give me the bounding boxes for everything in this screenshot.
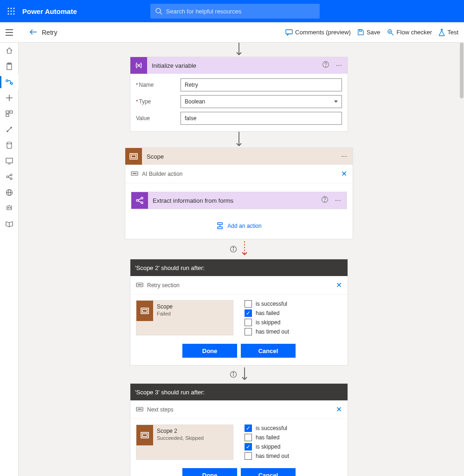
svg-point-6 xyxy=(8,13,9,15)
checkbox-failed[interactable]: has failed xyxy=(245,434,289,441)
scope-icon xyxy=(136,425,153,445)
svg-rect-72 xyxy=(142,309,147,312)
info-icon[interactable] xyxy=(230,245,237,253)
svg-point-69 xyxy=(139,284,140,285)
svg-rect-39 xyxy=(7,206,12,210)
search-box[interactable] xyxy=(150,4,320,19)
svg-point-80 xyxy=(141,409,142,410)
scope-icon xyxy=(136,301,153,321)
search-icon xyxy=(155,7,162,15)
help-icon[interactable] xyxy=(321,196,329,205)
connector-arrow xyxy=(118,366,360,383)
predecessor-name: Scope xyxy=(157,303,173,310)
scope-icon xyxy=(125,148,142,165)
svg-point-75 xyxy=(233,373,234,373)
close-icon[interactable]: ✕ xyxy=(341,169,347,178)
rail-flows-icon[interactable] xyxy=(0,74,19,90)
more-icon[interactable]: ··· xyxy=(334,61,344,70)
add-action-button[interactable]: Add an action xyxy=(125,209,353,239)
close-icon[interactable]: ✕ xyxy=(336,281,342,289)
breadcrumb: Retry xyxy=(42,29,57,36)
rail-template-icon[interactable] xyxy=(0,106,19,122)
rail-chatbot-icon[interactable] xyxy=(0,200,19,216)
search-input[interactable] xyxy=(166,8,315,15)
more-icon[interactable]: ··· xyxy=(333,196,343,205)
waffle-icon[interactable] xyxy=(4,4,19,19)
svg-rect-48 xyxy=(131,155,136,158)
extract-forms-action[interactable]: Extract information from forms ··· xyxy=(131,192,347,209)
svg-point-55 xyxy=(141,202,143,204)
card-title: Initialize variable xyxy=(152,62,196,69)
checkbox-failed[interactable]: ✓has failed xyxy=(245,309,289,317)
brand-label: Power Automate xyxy=(22,7,77,15)
checkbox-timedout[interactable]: has timed out xyxy=(245,452,289,460)
card-header: 'Scope 2' should run after: xyxy=(130,259,348,276)
card-header[interactable]: Scope ··· xyxy=(125,148,353,165)
variable-icon xyxy=(130,57,147,74)
comment-icon xyxy=(131,171,138,177)
field-label-name: *Name xyxy=(136,82,180,88)
hamburger-icon[interactable] xyxy=(0,22,19,43)
flow-checker-button[interactable]: Flow checker xyxy=(387,29,432,36)
rail-learn-icon[interactable] xyxy=(0,216,19,232)
predecessor-status: Failed xyxy=(157,311,173,316)
checkbox-successful[interactable]: ✓is successful xyxy=(245,425,289,432)
rail-home-icon[interactable] xyxy=(0,43,19,58)
vertical-scrollbar[interactable] xyxy=(459,43,464,476)
card-title: 'Scope 2' should run after: xyxy=(130,264,205,271)
save-icon xyxy=(357,29,364,36)
flow-canvas[interactable]: Initialize variable ··· *Name Retry *Typ… xyxy=(19,43,459,476)
svg-point-32 xyxy=(10,174,12,176)
svg-line-10 xyxy=(160,13,162,14)
name-input[interactable]: Retry xyxy=(180,78,342,91)
cancel-button[interactable]: Cancel xyxy=(241,344,296,358)
test-button[interactable]: Test xyxy=(438,29,458,36)
svg-rect-25 xyxy=(6,111,9,113)
card-header[interactable]: Initialize variable ··· xyxy=(130,57,348,74)
help-icon[interactable] xyxy=(322,61,329,70)
rail-connector-icon[interactable] xyxy=(0,122,19,137)
rail-share-icon[interactable] xyxy=(0,169,19,185)
rail-monitor-icon[interactable] xyxy=(0,153,19,169)
back-arrow-icon[interactable] xyxy=(30,28,37,37)
rail-clipboard-icon[interactable] xyxy=(0,58,19,74)
checker-icon xyxy=(387,29,394,36)
svg-rect-27 xyxy=(6,114,9,116)
comment-icon xyxy=(136,283,143,288)
connector-arrow-conditional xyxy=(118,239,360,259)
checkbox-skipped[interactable]: ✓is skipped xyxy=(245,443,289,450)
type-select[interactable]: Boolean xyxy=(180,95,342,108)
comments-button[interactable]: Comments (preview) xyxy=(285,29,351,36)
svg-point-17 xyxy=(388,30,392,33)
save-button[interactable]: Save xyxy=(357,29,380,36)
checkbox-successful[interactable]: is successful xyxy=(245,300,289,308)
svg-point-8 xyxy=(13,13,15,15)
more-icon[interactable]: ··· xyxy=(339,152,349,161)
done-button[interactable]: Done xyxy=(182,344,237,358)
connector-arrow xyxy=(118,43,360,57)
initialize-variable-action[interactable]: Initialize variable ··· *Name Retry *Typ… xyxy=(130,57,348,132)
info-icon[interactable] xyxy=(230,371,237,378)
svg-point-41 xyxy=(10,207,11,208)
rail-data-icon[interactable] xyxy=(0,137,19,153)
scope-action[interactable]: Scope ··· AI Builder action ✕ Extract in… xyxy=(125,148,353,239)
cancel-button[interactable]: Cancel xyxy=(241,468,296,476)
checkbox-timedout[interactable]: has timed out xyxy=(245,328,289,335)
svg-point-51 xyxy=(134,173,135,174)
section-bar: Next steps ✕ xyxy=(130,400,348,419)
predecessor-status: Succeeded, Skipped xyxy=(157,435,204,441)
svg-line-18 xyxy=(391,33,393,35)
card-title: 'Scope 3' should run after: xyxy=(130,389,205,396)
comment-icon xyxy=(136,407,143,412)
ai-builder-icon xyxy=(131,192,148,209)
value-input[interactable]: false xyxy=(180,112,342,125)
svg-point-2 xyxy=(13,8,15,9)
svg-point-3 xyxy=(8,11,9,12)
rail-plus-icon[interactable] xyxy=(0,90,19,106)
done-button[interactable]: Done xyxy=(182,468,237,476)
connector-arrow xyxy=(118,132,360,148)
rail-globe-icon[interactable] xyxy=(0,185,19,200)
close-icon[interactable]: ✕ xyxy=(336,405,342,414)
checkbox-skipped[interactable]: is skipped xyxy=(245,319,289,326)
svg-point-50 xyxy=(133,173,134,174)
